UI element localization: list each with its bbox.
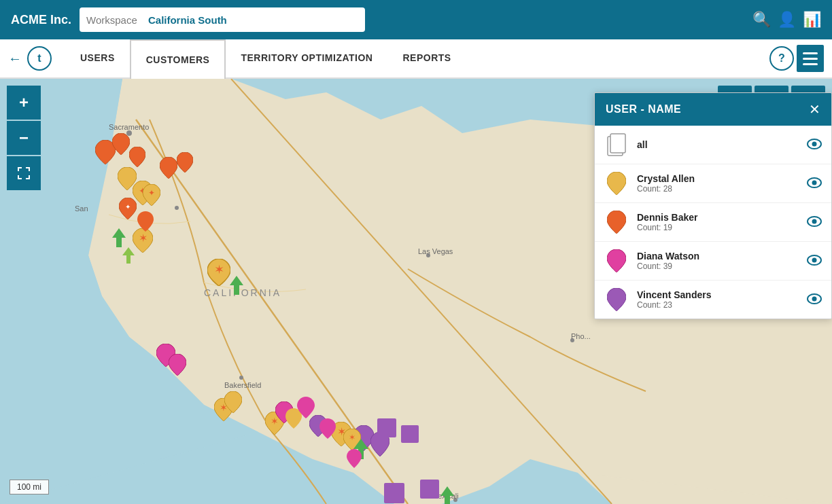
vincent-info: Vincent Sanders Count: 23 (637, 289, 799, 310)
diana-name: Diana Watson (637, 251, 799, 262)
marker-green-lr (440, 486, 454, 504)
svg-rect-46 (610, 134, 625, 153)
marker-orange-4 (160, 157, 177, 181)
expand-button[interactable] (7, 156, 41, 190)
marker-orange-cluster (137, 211, 154, 234)
workspace-name: California South (148, 14, 227, 26)
svg-text:Bakersfield: Bakersfield (224, 381, 261, 389)
marker-yellow-lower-2 (224, 391, 242, 416)
diana-info: Diana Watson Count: 39 (637, 251, 799, 271)
marker-group-orange-2 (112, 133, 130, 158)
crystal-count: Count: 28 (637, 184, 799, 194)
nav-item-users[interactable]: USERS (65, 39, 130, 78)
crystal-visibility-toggle[interactable] (807, 176, 822, 192)
vincent-visibility-toggle[interactable] (807, 292, 822, 308)
marker-orange-5 (177, 152, 193, 175)
search-icon[interactable]: 🔍 (752, 11, 771, 29)
dennis-pin-icon (604, 210, 629, 234)
svg-point-48 (812, 141, 817, 146)
crystal-pin-icon (604, 171, 629, 196)
user-icon[interactable]: 👤 (778, 11, 796, 29)
help-button[interactable]: ? (769, 46, 794, 71)
user-panel-row-vincent: Vincent Sanders Count: 23 (595, 281, 831, 319)
marker-yellow-2 (118, 167, 137, 193)
marker-pink-bottom (319, 418, 336, 442)
user-panel-close-button[interactable]: ✕ (809, 101, 821, 118)
zoom-out-button[interactable]: − (7, 121, 41, 155)
svg-point-4 (175, 206, 179, 210)
scale-bar: 100 mi (10, 480, 49, 494)
navbar: ← t USERS CUSTOMERS TERRITORY OPTIMIZATI… (0, 39, 832, 79)
vincent-name: Vincent Sanders (637, 289, 799, 300)
zoom-in-button[interactable]: + (7, 86, 41, 120)
svg-rect-31 (401, 425, 419, 443)
svg-point-52 (812, 219, 817, 223)
marker-pink-lm (347, 449, 362, 471)
user-panel-row-diana: Diana Watson Count: 39 (595, 242, 831, 281)
dennis-visibility-toggle[interactable] (807, 215, 822, 230)
topbar: ACME Inc. Workspace California South 🔍 👤… (0, 0, 832, 39)
crystal-name: Crystal Allen (637, 173, 799, 184)
crystal-info: Crystal Allen Count: 28 (637, 173, 799, 194)
svg-rect-33 (420, 480, 439, 499)
svg-marker-24 (230, 276, 243, 295)
marker-sun-large: ✶ (207, 259, 230, 289)
all-visibility-toggle[interactable] (807, 137, 822, 153)
nav-item-reports[interactable]: REPORTS (387, 39, 466, 78)
svg-marker-34 (440, 486, 454, 504)
dennis-name: Dennis Baker (637, 212, 799, 223)
marker-purple-sq-2 (401, 425, 419, 446)
user-panel-row-dennis: Dennis Baker Count: 19 (595, 203, 831, 242)
user-panel-row-all: all (595, 126, 831, 164)
user-panel-header: USER - NAME ✕ (595, 93, 831, 126)
svg-point-50 (812, 180, 817, 185)
svg-text:Sacramento: Sacramento (109, 123, 149, 131)
marker-orange-3 (129, 147, 145, 170)
menu-line (803, 58, 818, 60)
marker-orange-mid: ✦ (119, 198, 137, 222)
vincent-pin-icon (604, 287, 629, 312)
svg-text:✶: ✶ (214, 263, 224, 276)
menu-line (803, 52, 818, 54)
all-icon (604, 132, 629, 157)
diana-visibility-toggle[interactable] (807, 253, 822, 269)
svg-text:✦: ✦ (125, 203, 131, 211)
topbar-icons: 🔍 👤 📊 (752, 11, 821, 29)
app-logo: t (27, 46, 52, 71)
svg-rect-32 (384, 483, 404, 503)
nav-items: USERS CUSTOMERS TERRITORY OPTIMIZATION R… (65, 39, 769, 78)
user-panel: USER - NAME ✕ all (594, 92, 832, 319)
user-panel-row-crystal: Crystal Allen Count: 28 (595, 164, 831, 203)
svg-text:Las Vegas: Las Vegas (418, 247, 453, 255)
marker-yellow-3: ✦ (143, 184, 160, 209)
chart-icon[interactable]: 📊 (803, 11, 821, 29)
hamburger-menu[interactable] (797, 45, 824, 72)
scale-label: 100 mi (17, 482, 41, 492)
svg-point-54 (812, 257, 817, 262)
all-info: all (637, 139, 799, 150)
nav-right: ? (769, 45, 824, 72)
diana-count: Count: 39 (637, 262, 799, 271)
workspace-search[interactable]: Workspace California South (80, 7, 365, 32)
svg-rect-30 (377, 418, 396, 437)
marker-purple-sq-3 (384, 483, 404, 504)
user-panel-title: USER - NAME (606, 103, 681, 115)
workspace-label: Workspace (86, 14, 137, 26)
dennis-info: Dennis Baker Count: 19 (637, 212, 799, 232)
marker-green-right (230, 276, 243, 298)
svg-text:✦: ✦ (148, 188, 155, 198)
dennis-count: Count: 19 (637, 223, 799, 232)
map-container: Sacramento San Bakersfield CALIFORNIA La… (0, 79, 832, 504)
svg-point-5 (239, 376, 243, 380)
svg-text:Pho...: Pho... (571, 332, 591, 340)
marker-purple-sq-4 (420, 480, 439, 501)
nav-item-territory[interactable]: TERRITORY OPTIMIZATION (226, 39, 387, 78)
svg-point-56 (812, 296, 817, 301)
all-name: all (637, 139, 799, 150)
back-button[interactable]: ← (8, 51, 22, 67)
marker-pink-2 (169, 354, 186, 378)
marker-purple-sq-1 (377, 418, 396, 440)
vincent-count: Count: 23 (637, 300, 799, 310)
nav-item-customers[interactable]: CUSTOMERS (130, 39, 226, 79)
svg-marker-19 (112, 228, 126, 247)
